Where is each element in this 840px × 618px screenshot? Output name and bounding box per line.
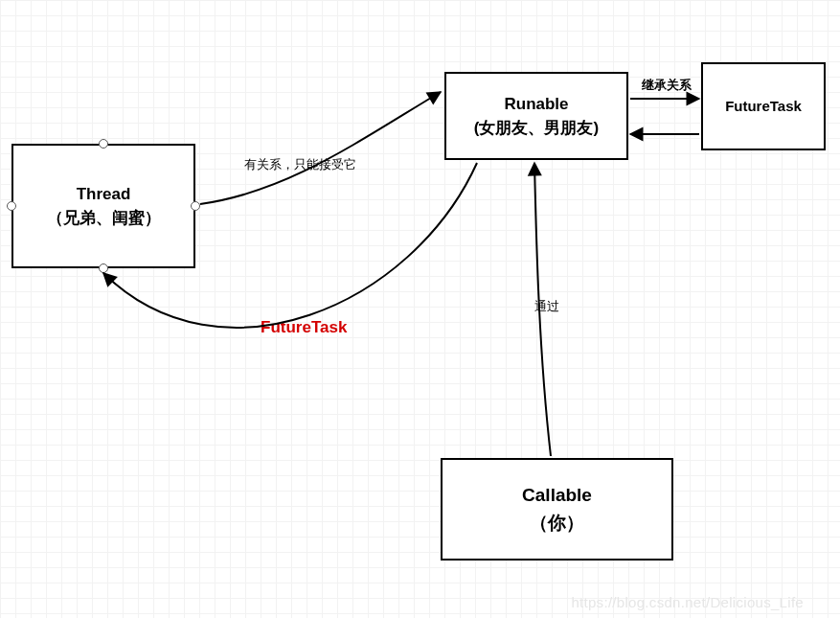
box-futuretask-title: FutureTask [725,96,802,118]
anchor-dot [99,139,108,149]
box-callable: Callable （你） [441,458,673,561]
box-runnable-title: Runable [504,92,568,117]
anchor-dot [99,263,108,273]
label-relation: 有关系，只能接受它 [244,156,356,173]
label-futuretask: FutureTask [261,318,347,337]
box-runnable-subtitle: (女朋友、男朋友) [474,116,599,141]
anchor-dot [7,201,16,211]
box-futuretask: FutureTask [701,62,826,150]
box-thread-title: Thread [77,182,131,207]
box-callable-subtitle: （你） [530,510,584,538]
label-via: 通过 [534,298,559,315]
box-thread-subtitle: （兄弟、闺蜜） [47,206,161,231]
box-runnable: Runable (女朋友、男朋友) [444,72,628,160]
watermark: https://blog.csdn.net/Delicious_Life [571,594,804,610]
anchor-dot [191,201,200,211]
label-inherit: 继承关系 [642,77,692,94]
box-thread: Thread （兄弟、闺蜜） [11,144,195,268]
box-callable-title: Callable [522,482,592,510]
